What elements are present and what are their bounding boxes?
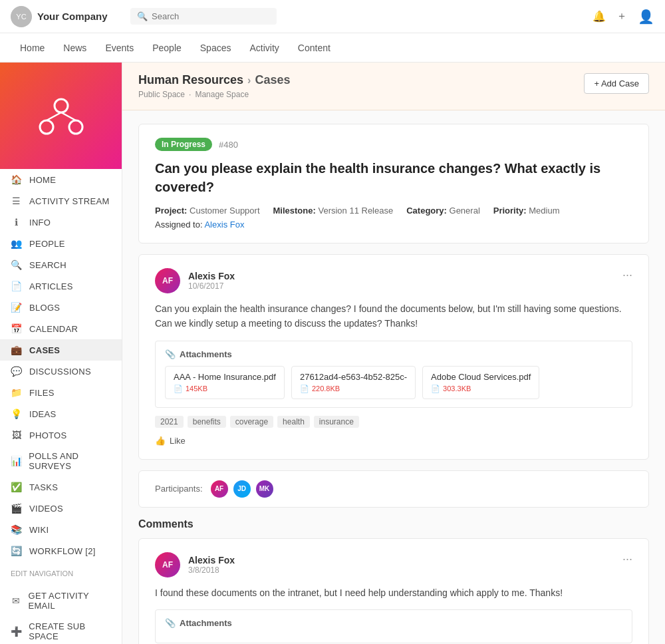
sidebar-item-info[interactable]: ℹ INFO: [0, 212, 122, 233]
participant-avatar: MK: [255, 479, 275, 499]
nav-spaces[interactable]: Spaces: [191, 33, 241, 63]
svg-point-1: [40, 120, 53, 134]
sidebar-item-videos[interactable]: 🎬 VIDEOS: [0, 498, 122, 519]
add-button[interactable]: ＋: [616, 9, 627, 23]
case-card: In Progress #480 Can you please explain …: [138, 124, 649, 243]
sidebar-item-create-sub[interactable]: ➕ CREATE SUB SPACE: [0, 616, 122, 644]
manage-space-link[interactable]: Manage Space: [195, 90, 249, 99]
sidebar-item-wiki[interactable]: 📚 WIKI: [0, 519, 122, 540]
sidebar-item-polls[interactable]: 📊 POLLS AND SURVEYS: [0, 446, 122, 476]
attachment-file[interactable]: AAA - Home Insurance.pdf 📄 145KB: [165, 366, 285, 399]
sidebar-item-activity[interactable]: ☰ ACTIVITY STREAM: [0, 190, 122, 212]
sidebar-item-files[interactable]: 📁 FILES: [0, 382, 122, 403]
layout: 🏠 HOME ☰ ACTIVITY STREAM ℹ INFO 👥 PEOPLE…: [0, 63, 665, 644]
sidebar-item-home[interactable]: 🏠 HOME: [0, 169, 122, 190]
polls-icon: 📊: [11, 456, 22, 466]
sidebar-item-articles[interactable]: 📄 ARTICLES: [0, 275, 122, 297]
comment-user-info: Alexis Fox 10/6/2017: [188, 271, 235, 291]
search-bar[interactable]: 🔍: [130, 8, 277, 25]
nav-home[interactable]: Home: [11, 33, 54, 63]
sidebar-item-photos[interactable]: 🖼 PHOTOS: [0, 424, 122, 446]
sidebar-item-workflow[interactable]: 🔄 WORKFLOW [2]: [0, 540, 122, 562]
user-menu-button[interactable]: 👤: [638, 9, 654, 25]
sidebar-item-people[interactable]: 👥 PEOPLE: [0, 233, 122, 254]
brand: YC Your Company: [11, 6, 130, 27]
sidebar-item-cases[interactable]: 💼 CASES: [0, 339, 122, 361]
sidebar-item-label: WORKFLOW [2]: [29, 546, 96, 556]
participants-row: Participants: AF JD MK: [138, 470, 649, 508]
sidebar-item-calendar[interactable]: 📅 CALENDAR: [0, 318, 122, 339]
email-icon: ✉: [11, 595, 22, 606]
svg-point-0: [55, 99, 68, 112]
sidebar: 🏠 HOME ☰ ACTIVITY STREAM ℹ INFO 👥 PEOPLE…: [0, 63, 122, 644]
add-case-button[interactable]: + Add Case: [584, 73, 649, 94]
photos-icon: 🖼: [11, 430, 23, 440]
videos-icon: 🎬: [11, 503, 23, 514]
file-size: 📄 145KB: [174, 385, 276, 393]
comment-author[interactable]: Alexis Fox: [188, 271, 235, 281]
main-content: Human Resources › Cases Public Space · M…: [122, 63, 665, 644]
breadcrumb-separator: ›: [247, 75, 251, 86]
sidebar-item-activity-email[interactable]: ✉ GET ACTIVITY EMAIL: [0, 585, 122, 616]
attachments-box: 📎 Attachments: [155, 609, 632, 643]
brand-name: Your Company: [37, 11, 108, 22]
tag[interactable]: insurance: [314, 416, 359, 428]
sidebar-item-blogs[interactable]: 📝 BLOGS: [0, 297, 122, 318]
comment-user-info: Alexis Fox 3/8/2018: [188, 555, 235, 575]
search-input[interactable]: [152, 11, 258, 21]
breadcrumb: Human Resources › Cases: [138, 73, 290, 87]
sidebar-nav: 🏠 HOME ☰ ACTIVITY STREAM ℹ INFO 👥 PEOPLE…: [0, 169, 122, 562]
paperclip-icon: 📎: [165, 618, 176, 628]
sidebar-item-ideas[interactable]: 💡 IDEAS: [0, 403, 122, 424]
attachment-file[interactable]: Adobe Cloud Services.pdf 📄 303.3KB: [422, 366, 539, 399]
paperclip-icon: 📎: [165, 349, 176, 359]
comment-author[interactable]: Alexis Fox: [188, 555, 235, 565]
nav-events[interactable]: Events: [96, 33, 143, 63]
sidebar-item-tasks[interactable]: ✅ TASKS: [0, 476, 122, 498]
participant-avatar: AF: [209, 479, 229, 499]
attachments-title: 📎 Attachments: [165, 618, 622, 628]
articles-icon: 📄: [11, 281, 23, 291]
like-label: Like: [170, 436, 186, 446]
breadcrumb-section: Cases: [255, 73, 290, 87]
notifications-button[interactable]: 🔔: [593, 10, 606, 23]
sidebar-item-label: CALENDAR: [29, 324, 78, 334]
public-space-link[interactable]: Public Space: [138, 90, 185, 99]
case-priority: Priority: Medium: [493, 206, 560, 216]
nav-news[interactable]: News: [54, 33, 96, 63]
svg-line-3: [47, 112, 61, 120]
case-milestone: Milestone: Version 11 Release: [273, 206, 394, 216]
comment-body: Can you explain the health insurance cha…: [155, 301, 632, 331]
comment-user: AF Alexis Fox 3/8/2018: [155, 552, 235, 577]
breadcrumb-space[interactable]: Human Resources: [138, 73, 243, 87]
comment-menu-button[interactable]: ···: [622, 552, 632, 566]
workflow-icon: 🔄: [11, 546, 23, 556]
tag[interactable]: benefits: [188, 416, 226, 428]
pdf-icon: 📄: [174, 385, 183, 393]
file-name: Adobe Cloud Services.pdf: [431, 372, 531, 382]
comment-user: AF Alexis Fox 10/6/2017: [155, 268, 235, 293]
sidebar-item-search[interactable]: 🔍 SEARCH: [0, 254, 122, 275]
space-icon: [35, 88, 88, 144]
case-category: Category: General: [406, 206, 480, 216]
nav-content[interactable]: Content: [289, 33, 340, 63]
comment-body: I found these documents on the intranet,…: [155, 585, 632, 600]
like-row[interactable]: 👍 Like: [155, 436, 632, 446]
tag[interactable]: health: [277, 416, 310, 428]
attachments-title: 📎 Attachments: [165, 349, 622, 359]
create-sub-icon: ➕: [11, 626, 22, 637]
sidebar-item-label: ACTIVITY STREAM: [29, 196, 110, 206]
attachments-box: 📎 Attachments AAA - Home Insurance.pdf 📄…: [155, 341, 632, 408]
nav-activity[interactable]: Activity: [240, 33, 288, 63]
comment-date: 10/6/2017: [188, 281, 235, 291]
nav-people[interactable]: People: [143, 33, 191, 63]
file-name: AAA - Home Insurance.pdf: [174, 372, 276, 382]
comment-menu-button[interactable]: ···: [622, 268, 632, 282]
space-image: [0, 63, 122, 169]
tag[interactable]: 2021: [155, 416, 184, 428]
attachment-file[interactable]: 27612ad4-e563-4b52-825c- 📄 220.8KB: [291, 366, 416, 399]
tag[interactable]: coverage: [230, 416, 273, 428]
avatar: AF: [155, 268, 180, 293]
sidebar-item-discussions[interactable]: 💬 DISCUSSIONS: [0, 361, 122, 382]
file-size: 📄 220.8KB: [300, 385, 407, 393]
